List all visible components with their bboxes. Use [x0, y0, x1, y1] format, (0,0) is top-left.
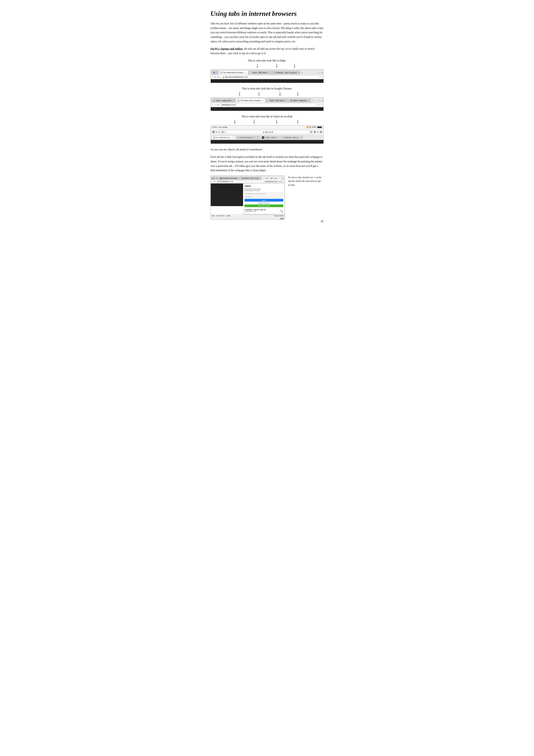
search-nav-icon[interactable]: 🔍 — [217, 76, 219, 78]
popup-login-button[interactable]: Log in — [244, 199, 283, 202]
popup-password-field[interactable]: Password — [244, 196, 283, 198]
chrome-back-icon[interactable]: ← — [212, 104, 214, 106]
small-browser-tabs: pa... ✕ A Ancestry® | Genealogy... ✕ f F… — [211, 176, 285, 180]
edge-tab-0[interactable]: 👤 □ — [211, 70, 218, 74]
ipad-back-icon[interactable]: ‹ — [216, 130, 217, 134]
page-number: 85 — [321, 220, 324, 223]
ipad-tab-3[interactable]: f Facebook – log in or... ✕ — [280, 136, 303, 139]
chrome-tab-3-close[interactable]: ✕ — [308, 100, 309, 101]
edge-tab-3[interactable]: f Facebook – log in or sign up ✕ — [271, 70, 300, 74]
chrome-more-icon[interactable]: ⋮ — [320, 104, 322, 106]
ipad-lock-icon: 🔒 — [263, 131, 265, 133]
ipad-url-bar[interactable]: 🔒 bbc.co.uk — [226, 130, 309, 134]
more-actions-icon[interactable]: ⋯ — [320, 76, 322, 78]
close-icon[interactable]: ✕ — [321, 72, 323, 74]
small-refresh-icon[interactable]: ↻ — [214, 181, 215, 182]
minimize-icon[interactable]: — — [317, 72, 318, 74]
ipad-forward-icon[interactable]: › — [218, 130, 219, 134]
chrome-minimize-icon[interactable]: — — [317, 100, 318, 102]
chrome-address-input[interactable]: helpfulbooks.co.uk — [220, 103, 317, 106]
chrome-tab-2[interactable]: 📰 Home - BBC News ✕ — [266, 98, 288, 102]
ipad-tab-0[interactable]: H The Helpful Book Co... ✕ — [212, 136, 236, 139]
ipad-tab-3-close[interactable]: ✕ — [300, 137, 302, 138]
ipad-add-tab-icon[interactable]: + — [317, 131, 318, 133]
small-toolbar-share[interactable]: ⊡ — [280, 181, 282, 182]
chrome-new-tab-button[interactable]: + — [311, 98, 315, 102]
small-toolbar-refresh[interactable]: ↻ — [279, 181, 280, 182]
address-input[interactable]: 🔒 https://www.helpfulbooks.co.uk — [220, 75, 319, 78]
edge-tab-3-close[interactable]: ✕ — [298, 72, 299, 73]
small-tab-2-close[interactable]: ✕ — [261, 177, 261, 179]
safari-arrows-svg — [219, 120, 316, 124]
popup-forgot-link[interactable]: Forgotten password? — [244, 202, 283, 204]
footer-invoice[interactable]: Pay an Invoice — [274, 215, 284, 217]
svg-marker-21 — [297, 123, 298, 124]
window-controls: — □ ✕ — [317, 72, 323, 74]
edge-tab-2-close[interactable]: ✕ — [268, 72, 269, 73]
helpful-icon-chrome: H — [238, 99, 240, 102]
chrome-tab-1-close[interactable]: ✕ — [262, 100, 263, 101]
popup-create-link[interactable]: Create new account — [244, 204, 283, 207]
chrome-tab-2-close[interactable]: ✕ — [285, 100, 287, 101]
small-url-text: www.helpfulbooks.co.uk — [217, 181, 233, 182]
small-tab-0[interactable]: pa... ✕ — [211, 177, 219, 180]
ipad-tab-1-close[interactable]: ✕ — [257, 137, 258, 138]
small-toolbar-bookmark[interactable]: ☆ — [282, 181, 284, 182]
small-tab-1-label: Ancestry® | Genealogy... — [222, 177, 239, 179]
chrome-bookmark-icon[interactable]: ☆ — [318, 104, 319, 106]
ipad-tab-2[interactable]: BBC ••• BBC - Home ✕ — [261, 136, 279, 139]
chrome-tab-0[interactable]: ▲ Home - Google Drive ✕ — [211, 98, 236, 102]
maximize-icon[interactable]: □ — [319, 72, 320, 74]
chrome-forward-icon[interactable]: → — [215, 104, 216, 106]
new-tab-button[interactable]: + — [301, 70, 304, 74]
chrome-tab-0-close[interactable]: ✕ — [233, 100, 234, 101]
ipad-tab-0-label: The Helpful Book Co... — [216, 137, 232, 138]
small-tab-1[interactable]: A Ancestry® | Genealogy... ✕ — [219, 177, 240, 180]
ipad-share-icon[interactable]: ⬆ — [314, 130, 316, 133]
footer-online[interactable]: Online — [226, 215, 230, 217]
edge-tab-1[interactable]: H The Helpful Book Company ✕ — [219, 70, 248, 74]
ipad-refresh-icon[interactable]: ↻ — [310, 130, 313, 133]
ipad-tab-1[interactable]: 🔍 brownie recipe uk - S... ✕ — [236, 136, 260, 139]
chrome-browser-content — [211, 107, 323, 111]
facebook-popup: :ebook ak helps you connect andite the p… — [243, 183, 285, 214]
ipad-tab-2-close[interactable]: ✕ — [277, 137, 278, 138]
chrome-tab-0-label: Home - Google Drive — [216, 100, 232, 101]
small-tab-1-close[interactable]: ✕ — [240, 177, 240, 179]
chrome-tab-1[interactable]: H The Helpful Book Company ✕ — [236, 98, 265, 102]
edge-tab-2[interactable]: 📰 Home - BBC News ✕ — [248, 70, 271, 74]
ipad-tab-2-label: ••• BBC - Home — [265, 137, 275, 138]
popup-footer: f Facebook – log in or sign up en-gb.fac… — [244, 208, 283, 212]
small-close-tab-label: Close tab (Ct..+W) — [265, 180, 278, 183]
popup-title: :ebook — [244, 185, 283, 187]
popup-footer-text: Facebook – log in or sign up — [245, 209, 266, 210]
popup-email-field[interactable]: Email address or phone number — [244, 192, 283, 195]
small-facebook-icon: f — [242, 177, 242, 179]
ipad-tabs-icon[interactable]: ⧉ — [320, 131, 322, 133]
small-tab-2-label: Facebook – log in or sig... — [242, 177, 259, 179]
footer-pack[interactable]: Pack — [212, 215, 215, 217]
back-icon[interactable]: ← — [212, 76, 214, 78]
chrome-maximize-icon[interactable]: □ — [319, 100, 320, 102]
edge-tab-1-close[interactable]: ✕ — [245, 72, 246, 73]
small-tab-0-close[interactable]: ✕ — [216, 177, 217, 179]
small-tab-3[interactable]: 📰 Home - BBC News ✕ — [262, 177, 281, 180]
small-tab-3-close[interactable]: ✕ — [279, 177, 280, 179]
chrome-close-icon[interactable]: ✕ — [321, 100, 323, 102]
ipad-sidebar-icon[interactable]: ⊞ — [212, 130, 215, 134]
ancestry-icon: A — [220, 177, 221, 179]
ipad-aa-button[interactable]: AA — [220, 130, 225, 133]
chrome-caption: This is what tabs look like in Google Ch… — [211, 87, 324, 91]
chrome-refresh-icon[interactable]: ↻ — [217, 104, 219, 106]
chrome-tab-3[interactable]: W Millom - Wikipedia ✕ — [289, 98, 311, 102]
small-url-input[interactable]: www.helpfulbooks.co.uk — [216, 180, 264, 183]
ipad-tab-0-close[interactable]: ✕ — [233, 137, 234, 138]
footer-products[interactable]: Our Products — [216, 215, 225, 217]
ipad-tab-3-label: Facebook – log in or... — [284, 137, 299, 138]
refresh-icon[interactable]: ↻ — [215, 76, 216, 78]
small-tab-2[interactable]: f Facebook – log in or sig... ✕ — [240, 177, 261, 180]
ipad-toolbar: ⊞ ‹ › AA 🔒 bbc.co.uk ↻ ⬆ + ⧉ — [211, 129, 323, 135]
small-back-icon[interactable]: ← — [212, 181, 213, 182]
svg-marker-19 — [276, 123, 277, 124]
small-tab-add[interactable]: + — [282, 177, 284, 180]
